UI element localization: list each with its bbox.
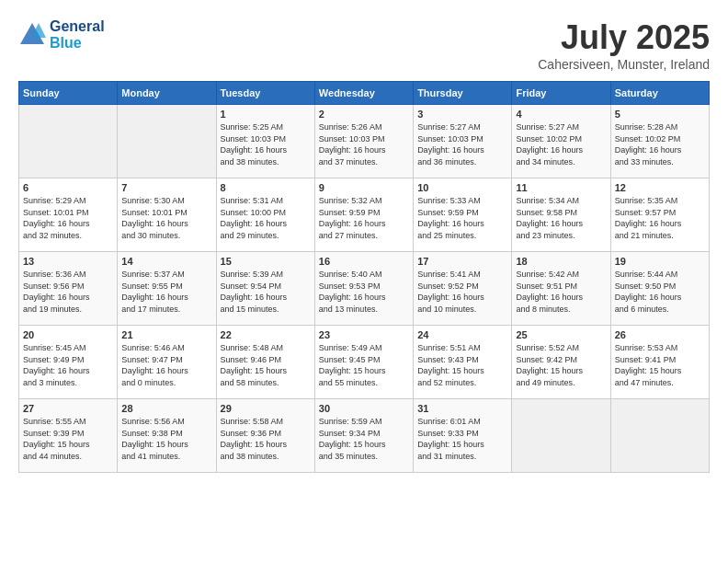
calendar-cell: 3Sunrise: 5:27 AM Sunset: 10:03 PM Dayli… (414, 105, 512, 178)
day-info: Sunrise: 5:27 AM Sunset: 10:02 PM Daylig… (516, 121, 606, 167)
weekday-header-saturday: Saturday (610, 82, 709, 105)
day-info: Sunrise: 5:39 AM Sunset: 9:54 PM Dayligh… (221, 269, 311, 315)
day-info: Sunrise: 5:29 AM Sunset: 10:01 PM Daylig… (23, 195, 113, 241)
day-info: Sunrise: 5:46 AM Sunset: 9:47 PM Dayligh… (121, 342, 211, 388)
calendar-cell (118, 105, 216, 178)
calendar-cell: 24Sunrise: 5:51 AM Sunset: 9:43 PM Dayli… (414, 326, 512, 399)
calendar-cell: 12Sunrise: 5:35 AM Sunset: 9:57 PM Dayli… (610, 178, 709, 252)
day-number: 14 (121, 256, 211, 267)
calendar-body: 1Sunrise: 5:25 AM Sunset: 10:03 PM Dayli… (19, 105, 710, 473)
logo: General Blue (18, 18, 105, 52)
day-number: 3 (417, 109, 507, 120)
calendar-week-4: 20Sunrise: 5:45 AM Sunset: 9:49 PM Dayli… (19, 326, 710, 399)
calendar-cell: 2Sunrise: 5:26 AM Sunset: 10:03 PM Dayli… (314, 105, 413, 178)
day-number: 23 (319, 329, 409, 340)
day-number: 13 (23, 256, 113, 267)
calendar-cell: 22Sunrise: 5:48 AM Sunset: 9:46 PM Dayli… (216, 326, 314, 399)
day-info: Sunrise: 5:42 AM Sunset: 9:51 PM Dayligh… (516, 269, 606, 315)
calendar-cell: 14Sunrise: 5:37 AM Sunset: 9:55 PM Dayli… (118, 252, 216, 326)
calendar-week-5: 27Sunrise: 5:55 AM Sunset: 9:39 PM Dayli… (19, 399, 710, 473)
weekday-header-sunday: Sunday (19, 82, 118, 105)
day-info: Sunrise: 5:49 AM Sunset: 9:45 PM Dayligh… (319, 342, 409, 388)
day-info: Sunrise: 5:33 AM Sunset: 9:59 PM Dayligh… (417, 195, 507, 241)
day-info: Sunrise: 5:51 AM Sunset: 9:43 PM Dayligh… (417, 342, 507, 388)
logo-icon (18, 21, 46, 49)
day-info: Sunrise: 5:34 AM Sunset: 9:58 PM Dayligh… (516, 195, 606, 241)
day-number: 18 (516, 256, 606, 267)
day-number: 25 (516, 329, 606, 340)
month-title: July 2025 (538, 18, 710, 57)
day-number: 31 (417, 403, 507, 414)
day-info: Sunrise: 5:58 AM Sunset: 9:36 PM Dayligh… (221, 416, 311, 462)
day-number: 9 (319, 182, 409, 193)
calendar-cell: 29Sunrise: 5:58 AM Sunset: 9:36 PM Dayli… (216, 399, 314, 473)
day-info: Sunrise: 5:56 AM Sunset: 9:38 PM Dayligh… (121, 416, 211, 462)
calendar-cell: 5Sunrise: 5:28 AM Sunset: 10:02 PM Dayli… (610, 105, 709, 178)
day-number: 1 (221, 109, 311, 120)
day-number: 4 (516, 109, 606, 120)
weekday-header-friday: Friday (512, 82, 610, 105)
calendar-cell: 8Sunrise: 5:31 AM Sunset: 10:00 PM Dayli… (216, 178, 314, 252)
day-number: 15 (221, 256, 311, 267)
day-number: 6 (23, 182, 113, 193)
calendar-week-1: 1Sunrise: 5:25 AM Sunset: 10:03 PM Dayli… (19, 105, 710, 178)
calendar-cell: 4Sunrise: 5:27 AM Sunset: 10:02 PM Dayli… (512, 105, 610, 178)
day-info: Sunrise: 5:59 AM Sunset: 9:34 PM Dayligh… (319, 416, 409, 462)
calendar-cell: 10Sunrise: 5:33 AM Sunset: 9:59 PM Dayli… (414, 178, 512, 252)
calendar-cell: 19Sunrise: 5:44 AM Sunset: 9:50 PM Dayli… (610, 252, 709, 326)
day-number: 20 (23, 329, 113, 340)
calendar-cell: 13Sunrise: 5:36 AM Sunset: 9:56 PM Dayli… (19, 252, 118, 326)
calendar-week-2: 6Sunrise: 5:29 AM Sunset: 10:01 PM Dayli… (19, 178, 710, 252)
day-number: 16 (319, 256, 409, 267)
day-number: 24 (417, 329, 507, 340)
calendar-table: SundayMondayTuesdayWednesdayThursdayFrid… (18, 81, 710, 473)
day-info: Sunrise: 5:41 AM Sunset: 9:52 PM Dayligh… (417, 269, 507, 315)
weekday-header-wednesday: Wednesday (314, 82, 413, 105)
day-info: Sunrise: 5:55 AM Sunset: 9:39 PM Dayligh… (23, 416, 113, 462)
calendar-cell: 6Sunrise: 5:29 AM Sunset: 10:01 PM Dayli… (19, 178, 118, 252)
day-info: Sunrise: 5:27 AM Sunset: 10:03 PM Daylig… (417, 121, 507, 167)
day-number: 2 (319, 109, 409, 120)
calendar-cell: 1Sunrise: 5:25 AM Sunset: 10:03 PM Dayli… (216, 105, 314, 178)
day-info: Sunrise: 5:26 AM Sunset: 10:03 PM Daylig… (319, 121, 409, 167)
day-number: 26 (615, 329, 705, 340)
day-number: 22 (221, 329, 311, 340)
calendar-cell: 27Sunrise: 5:55 AM Sunset: 9:39 PM Dayli… (19, 399, 118, 473)
day-info: Sunrise: 5:48 AM Sunset: 9:46 PM Dayligh… (221, 342, 311, 388)
day-number: 29 (221, 403, 311, 414)
weekday-header-thursday: Thursday (414, 82, 512, 105)
title-block: July 2025 Cahersiveen, Munster, Ireland (538, 18, 710, 72)
day-info: Sunrise: 5:30 AM Sunset: 10:01 PM Daylig… (121, 195, 211, 241)
calendar-cell: 20Sunrise: 5:45 AM Sunset: 9:49 PM Dayli… (19, 326, 118, 399)
day-info: Sunrise: 6:01 AM Sunset: 9:33 PM Dayligh… (417, 416, 507, 462)
calendar-cell: 25Sunrise: 5:52 AM Sunset: 9:42 PM Dayli… (512, 326, 610, 399)
calendar-cell: 26Sunrise: 5:53 AM Sunset: 9:41 PM Dayli… (610, 326, 709, 399)
day-number: 27 (23, 403, 113, 414)
calendar-cell: 30Sunrise: 5:59 AM Sunset: 9:34 PM Dayli… (314, 399, 413, 473)
logo-line2: Blue (50, 35, 105, 52)
day-number: 11 (516, 182, 606, 193)
calendar-cell: 17Sunrise: 5:41 AM Sunset: 9:52 PM Dayli… (414, 252, 512, 326)
day-number: 7 (121, 182, 211, 193)
day-number: 12 (615, 182, 705, 193)
calendar-cell: 18Sunrise: 5:42 AM Sunset: 9:51 PM Dayli… (512, 252, 610, 326)
day-number: 5 (615, 109, 705, 120)
weekday-header-tuesday: Tuesday (216, 82, 314, 105)
day-info: Sunrise: 5:37 AM Sunset: 9:55 PM Dayligh… (121, 269, 211, 315)
calendar-week-3: 13Sunrise: 5:36 AM Sunset: 9:56 PM Dayli… (19, 252, 710, 326)
day-info: Sunrise: 5:35 AM Sunset: 9:57 PM Dayligh… (615, 195, 705, 241)
day-number: 30 (319, 403, 409, 414)
calendar-cell: 23Sunrise: 5:49 AM Sunset: 9:45 PM Dayli… (314, 326, 413, 399)
day-info: Sunrise: 5:28 AM Sunset: 10:02 PM Daylig… (615, 121, 705, 167)
weekday-header-row: SundayMondayTuesdayWednesdayThursdayFrid… (19, 82, 710, 105)
day-info: Sunrise: 5:31 AM Sunset: 10:00 PM Daylig… (221, 195, 311, 241)
calendar-cell: 16Sunrise: 5:40 AM Sunset: 9:53 PM Dayli… (314, 252, 413, 326)
calendar-cell: 7Sunrise: 5:30 AM Sunset: 10:01 PM Dayli… (118, 178, 216, 252)
calendar-cell: 15Sunrise: 5:39 AM Sunset: 9:54 PM Dayli… (216, 252, 314, 326)
day-number: 17 (417, 256, 507, 267)
day-info: Sunrise: 5:32 AM Sunset: 9:59 PM Dayligh… (319, 195, 409, 241)
day-info: Sunrise: 5:36 AM Sunset: 9:56 PM Dayligh… (23, 269, 113, 315)
calendar-cell: 9Sunrise: 5:32 AM Sunset: 9:59 PM Daylig… (314, 178, 413, 252)
calendar-cell: 11Sunrise: 5:34 AM Sunset: 9:58 PM Dayli… (512, 178, 610, 252)
day-number: 10 (417, 182, 507, 193)
